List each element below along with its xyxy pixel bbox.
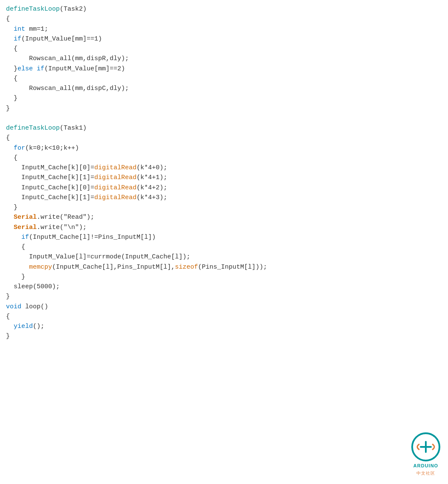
code-line: Serial.write("Read"); [4, 212, 448, 222]
code-line: Rowscan_all(mm,dispR,dly); [4, 54, 448, 64]
code-line: { [4, 242, 448, 252]
code-line: yield(); [4, 322, 448, 331]
code-line: if(InputM_Cache[l]!=Pins_InputM[l]) [4, 232, 448, 242]
code-line: }else if(InputM_Value[mm]==2) [4, 64, 448, 74]
code-line: defineTaskLoop(Task1) [4, 123, 448, 133]
code-line: defineTaskLoop(Task2) [4, 4, 448, 14]
code-line: { [4, 312, 448, 322]
code-line: int mm=1; [4, 24, 448, 34]
code-line: InputC_Cache[k][0]=digitalRead(k*4+2); [4, 183, 448, 193]
code-line: for(k=0;k<10;k++) [4, 143, 448, 153]
code-line: } [4, 203, 448, 212]
code-line: } [4, 331, 448, 341]
code-line [4, 113, 448, 123]
arduino-label-text: ARDUINO [413, 462, 438, 470]
code-line: { [4, 44, 448, 54]
code-line: { [4, 74, 448, 84]
code-line: } [4, 292, 448, 301]
arduino-logo: ARDUINO 中文社区 [411, 432, 440, 476]
code-line: InputM_Cache[k][0]=digitalRead(k*4+0); [4, 163, 448, 173]
code-line: } [4, 93, 448, 103]
arduino-sub-text: 中文社区 [416, 470, 435, 477]
code-line: Rowscan_all(mm,dispC,dly); [4, 84, 448, 93]
arduino-icon [411, 432, 440, 461]
code-line: Serial.write("\n"); [4, 223, 448, 232]
code-line: void loop() [4, 302, 448, 312]
code-line: InputM_Value[l]=currmode(InputM_Cache[l]… [4, 252, 448, 262]
code-line: { [4, 133, 448, 143]
code-line: } [4, 104, 448, 113]
code-line: memcpy(InputM_Cache[l],Pins_InputM[l],si… [4, 262, 448, 272]
code-line: sleep(5000); [4, 282, 448, 292]
code-line: } [4, 272, 448, 282]
code-container: defineTaskLoop(Task2) { int mm=1; if(Inp… [0, 0, 448, 346]
code-line: if(InputM_Value[mm]==1) [4, 34, 448, 44]
code-line: InputC_Cache[k][1]=digitalRead(k*4+3); [4, 193, 448, 203]
code-line: InputM_Cache[k][1]=digitalRead(k*4+1); [4, 173, 448, 183]
code-line: { [4, 153, 448, 163]
code-line: { [4, 14, 448, 24]
